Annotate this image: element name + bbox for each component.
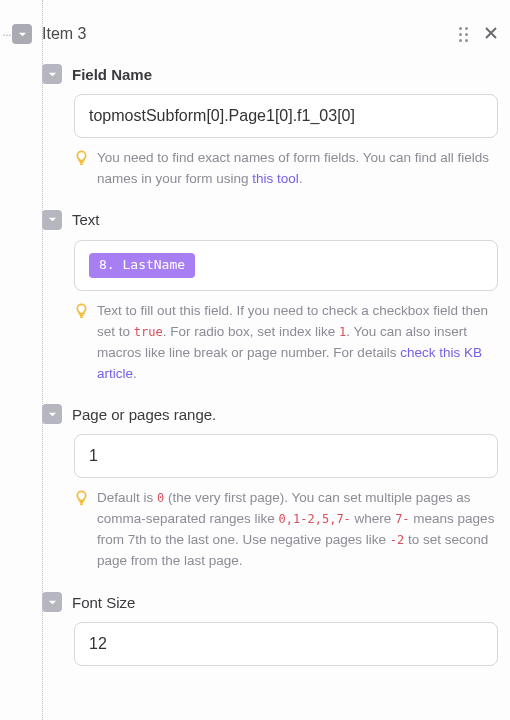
text-input[interactable]: 8. LastName: [74, 240, 498, 291]
field-name-label: Field Name: [72, 66, 152, 83]
chevron-down-icon: [47, 597, 58, 608]
page-range-block: Page or pages range. 1 Default is 0 (the…: [60, 404, 498, 572]
chevron-down-icon: [47, 69, 58, 80]
macro-token[interactable]: 8. LastName: [89, 253, 195, 278]
font-size-value: 12: [89, 635, 107, 653]
text-label: Text: [72, 211, 100, 228]
page-range-label: Page or pages range.: [72, 406, 216, 423]
page-range-input[interactable]: 1: [74, 434, 498, 478]
lightbulb-icon: [74, 150, 89, 172]
chevron-down-icon: [47, 409, 58, 420]
field-name-input[interactable]: topmostSubform[0].Page1[0].f1_03[0]: [74, 94, 498, 138]
this-tool-link[interactable]: this tool: [252, 171, 299, 186]
field-name-value: topmostSubform[0].Page1[0].f1_03[0]: [89, 107, 355, 125]
tree-guide-line: [42, 0, 43, 720]
collapse-field-toggle[interactable]: [42, 210, 62, 230]
text-block: Text 8. LastName Text to fill out this f…: [60, 210, 498, 385]
collapse-item-toggle[interactable]: [12, 24, 32, 44]
page-range-hint: Default is 0 (the very first page). You …: [74, 488, 498, 572]
field-name-hint: You need to find exact names of form fie…: [74, 148, 498, 190]
collapse-field-toggle[interactable]: [42, 404, 62, 424]
drag-handle-icon[interactable]: [459, 27, 468, 42]
collapse-field-toggle[interactable]: [42, 592, 62, 612]
close-icon: [484, 26, 498, 40]
chevron-down-icon: [47, 214, 58, 225]
field-name-block: Field Name topmostSubform[0].Page1[0].f1…: [60, 64, 498, 190]
tree-connector-icon: ···: [2, 26, 11, 42]
lightbulb-icon: [74, 490, 89, 512]
item-panel: ··· Item 3 Field Name topmostSubform[0].…: [0, 0, 510, 666]
item-title: Item 3: [42, 25, 86, 43]
text-hint: Text to fill out this field. If you need…: [74, 301, 498, 385]
collapse-field-toggle[interactable]: [42, 64, 62, 84]
font-size-input[interactable]: 12: [74, 622, 498, 666]
chevron-down-icon: [17, 29, 28, 40]
lightbulb-icon: [74, 303, 89, 325]
font-size-block: Font Size 12: [60, 592, 498, 666]
page-range-value: 1: [89, 447, 98, 465]
item-header: ··· Item 3: [12, 24, 498, 44]
font-size-label: Font Size: [72, 594, 135, 611]
remove-item-button[interactable]: [484, 26, 498, 43]
